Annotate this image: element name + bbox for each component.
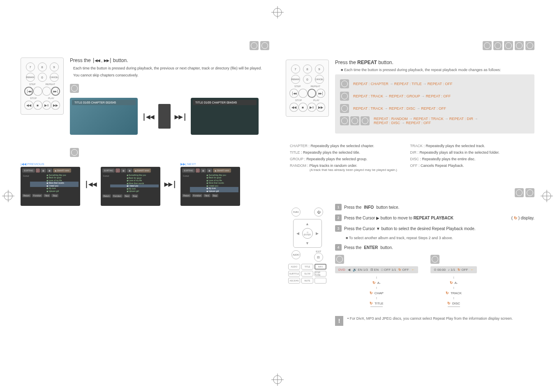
- definitions-block: CHAPTER : Repeatedly plays the selected …: [286, 144, 534, 172]
- audio-rect: AUDIO: [288, 264, 300, 270]
- remote-btn-step: [33, 87, 42, 96]
- smart-navi-tab: ◉ SMART NAVI: [53, 168, 71, 173]
- step-3: 3 Press the Cursor ▼ button to select th…: [335, 225, 534, 232]
- disc-icon: [430, 255, 439, 264]
- repeat-label: REPEAT: [45, 83, 55, 85]
- remote-btn-skip-next: ▶▶|: [51, 87, 60, 96]
- remote-btn-8: 8: [38, 62, 47, 71]
- return-btn: Return: [22, 194, 31, 197]
- tv-title-next: TITLE 01/05 CHAPTER 004/045: [193, 100, 257, 105]
- cursor-label: Cursor: [22, 174, 30, 193]
- remote-btn-skip-prev: |◀◀: [24, 87, 33, 96]
- next-btn: Next: [44, 194, 50, 197]
- info-display-section: FUNC ⏻ ▲ ◀ ⊙ENTER ▶ ▼ AUDIO: [286, 188, 534, 326]
- repeat-mode-row: REPEAT : CHAPTER → REPEAT : TITLE → REPE…: [340, 79, 530, 88]
- step-1: 1 Press the INFO button twice.: [335, 204, 534, 210]
- remote-btn-repeat-hl: [308, 89, 317, 98]
- pb-display-right: ⊙ 00:00 ♪ 1/1 ↻ OFF ←: [430, 266, 477, 273]
- pb-options-right: ↕ ↻ A- ↕ ↻ TRACK ↕ ↻ DISC: [430, 276, 477, 307]
- steptune-rect: STEP TUNE: [314, 271, 326, 277]
- nav-remote-diagram: FUNC ⏻ ▲ ◀ ⊙ENTER ▶ ▼ AUDIO: [286, 204, 329, 286]
- remote-btn-skip-next: ▶▶|: [316, 89, 325, 98]
- disc-icon: [340, 116, 349, 125]
- disc-icon: [515, 41, 524, 50]
- instruction-line-2: You cannot skip chapters consecutively.: [70, 73, 269, 78]
- remote-btn-remain: REMAIN: [291, 75, 300, 84]
- file-screen-1: SORTING ♪ ▦ ▣ ◉ SMART NAVI Cursor ◉ Some…: [21, 167, 80, 206]
- disc-icon: [361, 116, 370, 125]
- previous-label: |◀◀ PREVIOUS: [21, 162, 80, 166]
- remote-btn-7: 7: [291, 65, 300, 74]
- disc-icon: [340, 92, 349, 101]
- remote-btn-9: 9: [50, 62, 59, 71]
- play-label: PLAY: [48, 97, 54, 99]
- slow-rect: SLOW: [301, 271, 313, 277]
- disc-icon: [515, 188, 524, 197]
- left-page: 7 8 9 REMAIN 0 CANCEL STEP REPEAT |◀◀: [12, 41, 278, 380]
- title-rect: TITLE: [301, 264, 313, 270]
- disc-compat-icons-left: [250, 41, 269, 50]
- ascdhs-rect: ASC/DHS: [288, 278, 300, 284]
- remote-btn-0: 0: [303, 75, 312, 84]
- remote-power-btn: ⏻: [314, 208, 323, 217]
- disc-icon: [340, 79, 349, 88]
- tv-screenshot-row: TITLE 01/05 CHAPTER 002/045 |◀◀ ▶▶| TITL…: [70, 98, 269, 135]
- enter-button: ⊙ENTER: [302, 228, 313, 239]
- file-screen-2: SORTING ♪▦▣ ◉ SMART NAVI Cursor ◉ Someth…: [101, 167, 160, 206]
- remote-btn-cancel: CANCEL: [315, 75, 324, 84]
- disc-icon: [350, 116, 359, 125]
- stop-btn-fs: Stop: [51, 194, 58, 197]
- remote-btn-ff: ▶▶: [51, 101, 60, 110]
- pb-display-left: DVD ◀ 🔊 EN 1/3 ⊟ EN □ OFF 1/1 ↻ OFF ←: [335, 266, 418, 273]
- remote-btn-step: [298, 89, 308, 98]
- repeat-mode-row: REPEAT : TRACK → REPEAT : DISC → REPEAT …: [340, 104, 530, 113]
- disc-icon: [260, 41, 269, 50]
- repeat-mode-row: REPEAT : TRACK → REPEAT : GROUP → REPEAT…: [340, 92, 530, 101]
- step-label: STEP: [29, 83, 36, 85]
- remote-btn-skip-prev: |◀◀: [289, 89, 298, 98]
- disc-icon: [504, 41, 513, 50]
- mute-rect: MUTE: [301, 278, 313, 284]
- disc-icon: [483, 41, 492, 50]
- repeat-mode-row: REPEAT : RANDOM → REPEAT : TRACK → REPEA…: [340, 116, 530, 125]
- playback-display-row: DVD ◀ 🔊 EN 1/3 ⊟ EN □ OFF 1/1 ↻ OFF ← ↕ …: [335, 255, 534, 308]
- nav-left-icon: ◀: [296, 231, 299, 235]
- nav-right-icon: ▶: [316, 231, 319, 235]
- fs-arrow-prev: |◀◀: [84, 180, 97, 188]
- disc-icon: [525, 188, 534, 197]
- stop-label: STOP: [30, 97, 37, 99]
- remote-func-btn: FUNC: [291, 208, 301, 217]
- info-rect: INFO: [314, 264, 326, 270]
- disc-icon: [70, 84, 79, 93]
- arrow-prev-icon: |◀◀: [142, 112, 154, 121]
- disc-compat-icons-right: [483, 41, 534, 50]
- tv-screen-next: TITLE 01/05 CHAPTER 004/045: [191, 98, 259, 135]
- fs-arrow-next: ▶▶|: [164, 180, 177, 188]
- file-disc-icon: [70, 148, 269, 157]
- next-label: ▶▶| NEXT: [180, 162, 240, 166]
- file-browser-row: |◀◀ PREVIOUS SORTING ♪ ▦ ▣ ◉ SMART NAVI …: [21, 162, 269, 206]
- remote-btn-repeat: [42, 87, 51, 96]
- instruction-line-1: Each time the button is pressed during p…: [70, 66, 269, 71]
- remote-control-diagram-right: 7 8 9 REMAIN 0 CANCEL STEP REPEAT |◀◀: [286, 60, 329, 117]
- disc-icon: [250, 41, 259, 50]
- disc-icon: [493, 41, 502, 50]
- nav-up-icon: ▲: [305, 222, 309, 226]
- audio-btn: AUDIO: [291, 250, 301, 259]
- right-page: 7 8 9 REMAIN 0 CANCEL STEP REPEAT |◀◀: [278, 41, 543, 380]
- remote-btn-rew: ◀◀: [24, 101, 33, 110]
- repeat-heading: Press the REPEAT button.: [335, 60, 534, 65]
- remote-btn-9: 9: [315, 65, 324, 74]
- tv-title-prev: TITLE 01/05 CHAPTER 002/045: [72, 100, 136, 105]
- remote-btn-stop: ■: [33, 101, 42, 110]
- disc-icon: [340, 104, 349, 113]
- note-text: • For DivX, MP3 and JPEG discs, you cann…: [347, 316, 513, 321]
- nav-down-icon: ▼: [305, 241, 309, 245]
- file-item: ◉ Uptown girl: [30, 190, 79, 193]
- tv-screen-prev: TITLE 01/05 CHAPTER 002/045: [70, 98, 138, 135]
- note-box: ! • For DivX, MP3 and JPEG discs, you ca…: [335, 316, 534, 326]
- file-screen-3: SORTING ♪▦▣ ◉ SMART NAVI Cursor ◉ Someth…: [180, 167, 240, 206]
- pb-options-left: ↕ ↻ A- ↕ ↻ CHAP ↕ ↻ TITLE: [335, 276, 418, 307]
- nav-pad: ▲ ◀ ⊙ENTER ▶ ▼: [293, 219, 322, 248]
- random-note: (A track that has already been played ma…: [290, 168, 397, 172]
